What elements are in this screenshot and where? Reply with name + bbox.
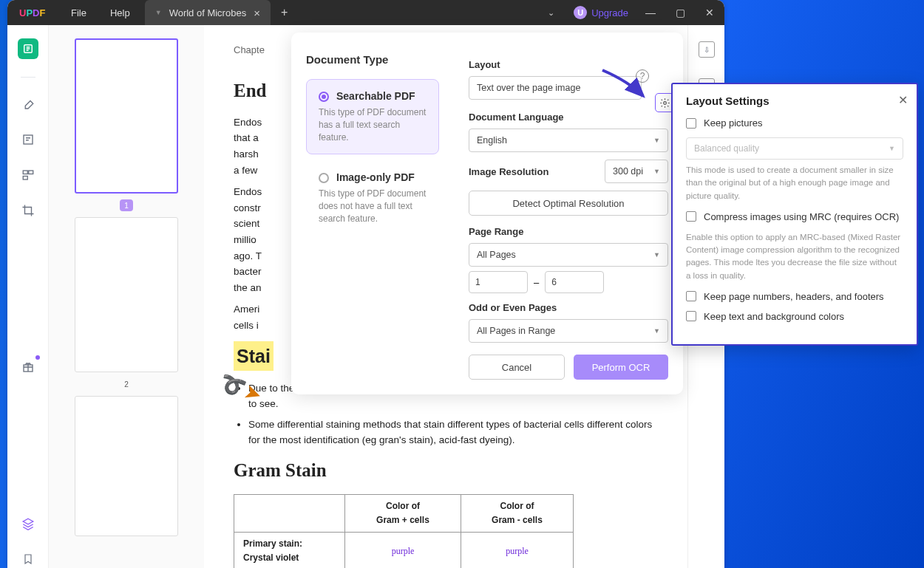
tab-document[interactable]: ▼ World of Microbes × <box>145 0 271 25</box>
help-icon[interactable]: ? <box>636 69 649 83</box>
option-image-only-pdf[interactable]: Image-only PDF This type of PDF document… <box>306 160 439 236</box>
page-number: 1 <box>120 199 133 211</box>
upgrade-button[interactable]: UUpgrade <box>566 6 636 19</box>
tab-title: World of Microbes <box>169 7 247 18</box>
doc-lang-label: Document Language <box>469 112 668 123</box>
thumbnail-panel: 1 2 <box>49 25 204 568</box>
option-searchable-pdf[interactable]: Searchable PDF This type of PDF document… <box>306 79 439 154</box>
export-icon[interactable]: ⇩ <box>699 41 715 58</box>
gift-icon[interactable] <box>19 358 37 376</box>
odd-even-select[interactable]: All Pages in Range▼ <box>469 319 668 343</box>
keep-pictures-checkbox[interactable]: Keep pictures <box>686 117 903 129</box>
new-tab-button[interactable]: + <box>271 6 298 19</box>
svg-rect-3 <box>28 171 33 174</box>
tab-dropdown-icon[interactable]: ▼ <box>155 9 162 16</box>
page-thumb-2[interactable] <box>75 217 178 372</box>
edit-text-icon[interactable] <box>19 131 37 148</box>
list-item: Some differential staining methods that … <box>248 417 658 448</box>
detect-resolution-button[interactable]: Detect Optimal Resolution <box>469 191 668 216</box>
svg-point-6 <box>663 101 666 104</box>
bookmark-icon[interactable] <box>19 550 37 568</box>
titlebar: UPDF File Help ▼ World of Microbes × + ⌄… <box>7 0 724 25</box>
img-res-label: Image Resolution <box>469 166 597 177</box>
left-toolbar <box>7 25 49 568</box>
document-type-label: Document Type <box>306 53 439 66</box>
gram-table: Color of Gram + cellsColor of Gram - cel… <box>234 494 574 568</box>
reader-mode-icon[interactable] <box>18 38 38 59</box>
keep-numbers-checkbox[interactable]: Keep page numbers, headers, and footers <box>686 291 903 302</box>
crop-icon[interactable] <box>19 202 37 219</box>
layout-settings-popup: Layout Settings ✕ Keep pictures Balanced… <box>671 83 918 346</box>
page-thumb-3[interactable] <box>75 396 178 536</box>
tabs-overflow-icon[interactable]: ⌄ <box>536 8 566 18</box>
layout-label: Layout <box>469 59 668 70</box>
organize-icon[interactable] <box>19 166 37 184</box>
quality-desc: This mode is used to create a document s… <box>686 164 903 202</box>
perform-ocr-button[interactable]: Perform OCR <box>574 355 668 380</box>
menu-file[interactable]: File <box>59 7 98 18</box>
window-close-button[interactable]: ✕ <box>695 0 724 25</box>
dpi-select[interactable]: 300 dpi▼ <box>605 160 668 183</box>
svg-rect-1 <box>24 135 33 144</box>
svg-rect-2 <box>23 171 27 174</box>
language-select[interactable]: English▼ <box>469 129 668 152</box>
layout-select[interactable]: Text over the page image▼ <box>469 76 642 100</box>
popup-title: Layout Settings <box>686 95 903 107</box>
page-from-input[interactable] <box>469 271 528 293</box>
popup-close-icon[interactable]: ✕ <box>898 93 908 107</box>
window-minimize-button[interactable]: — <box>636 0 665 25</box>
page-range-select[interactable]: All Pages▼ <box>469 243 668 267</box>
heading-gram: Gram Stain <box>234 456 658 485</box>
odd-even-label: Odd or Even Pages <box>469 302 668 313</box>
ocr-panel: Document Type Searchable PDF This type o… <box>291 32 683 394</box>
keep-colors-checkbox[interactable]: Keep text and background colors <box>686 311 903 322</box>
menu-help[interactable]: Help <box>98 7 142 18</box>
page-number: 2 <box>120 378 133 390</box>
cancel-button[interactable]: Cancel <box>469 355 565 380</box>
upgrade-badge-icon: U <box>574 6 587 19</box>
annotate-icon[interactable] <box>19 95 37 113</box>
mrc-desc: Enable this option to apply an MRC-based… <box>686 231 903 282</box>
app-window: UPDF File Help ▼ World of Microbes × + ⌄… <box>7 0 724 568</box>
compress-mrc-checkbox[interactable]: Compress images using MRC (requires OCR) <box>686 211 903 222</box>
window-maximize-button[interactable]: ▢ <box>665 0 695 25</box>
svg-rect-4 <box>23 177 27 180</box>
radio-icon <box>319 92 329 102</box>
page-range-label: Page Range <box>469 226 668 237</box>
tab-close-icon[interactable]: × <box>254 7 260 19</box>
page-to-input[interactable] <box>545 271 604 293</box>
layers-icon[interactable] <box>19 515 37 533</box>
logo: UPDF <box>7 7 59 18</box>
quality-select[interactable]: Balanced quality▼ <box>686 137 903 160</box>
page-thumb-1[interactable] <box>75 38 178 194</box>
